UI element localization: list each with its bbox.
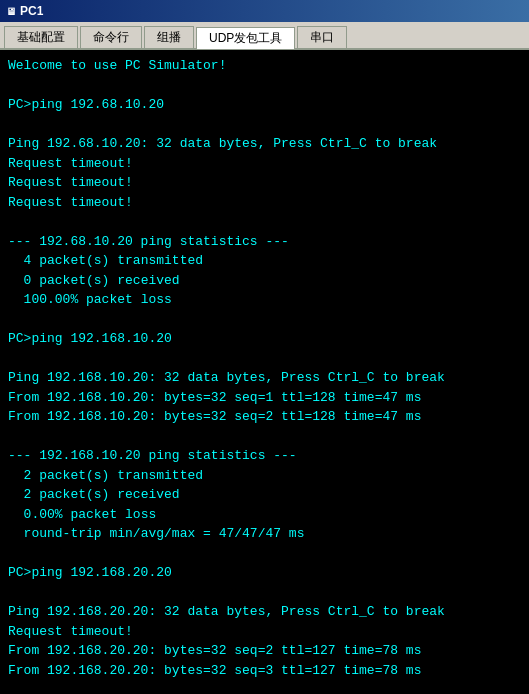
terminal-line xyxy=(8,76,521,96)
terminal-line: PC>ping 192.168.10.20 xyxy=(8,329,521,349)
title-bar: 🖥 PC1 xyxy=(0,0,529,22)
terminal-line xyxy=(8,212,521,232)
tab-group[interactable]: 组播 xyxy=(144,26,194,48)
terminal-line: Ping 192.168.20.20: 32 data bytes, Press… xyxy=(8,602,521,622)
terminal-line: Request timeout! xyxy=(8,173,521,193)
title-text: PC1 xyxy=(20,4,43,18)
terminal-line: 4 packet(s) transmitted xyxy=(8,251,521,271)
terminal-line xyxy=(8,349,521,369)
terminal-line: Welcome to use PC Simulator! xyxy=(8,56,521,76)
terminal-line: From 192.168.10.20: bytes=32 seq=1 ttl=1… xyxy=(8,388,521,408)
tab-udp[interactable]: UDP发包工具 xyxy=(196,27,295,49)
terminal-line: PC>ping 192.68.10.20 xyxy=(8,95,521,115)
tab-cmd[interactable]: 命令行 xyxy=(80,26,142,48)
tab-serial[interactable]: 串口 xyxy=(297,26,347,48)
title-icon: 🖥 xyxy=(6,6,16,17)
terminal-line xyxy=(8,310,521,330)
terminal-line: From 192.168.20.20: bytes=32 seq=3 ttl=1… xyxy=(8,661,521,681)
terminal-line: Request timeout! xyxy=(8,154,521,174)
tab-basic[interactable]: 基础配置 xyxy=(4,26,78,48)
terminal-line: --- 192.168.10.20 ping statistics --- xyxy=(8,446,521,466)
terminal-line: From 192.168.20.20: bytes=32 seq=2 ttl=1… xyxy=(8,641,521,661)
terminal-line: From 192.168.10.20: bytes=32 seq=2 ttl=1… xyxy=(8,407,521,427)
terminal-line: 0 packet(s) received xyxy=(8,271,521,291)
terminal-line: Request timeout! xyxy=(8,193,521,213)
terminal-line: 100.00% packet loss xyxy=(8,290,521,310)
terminal-line: Ping 192.68.10.20: 32 data bytes, Press … xyxy=(8,134,521,154)
terminal-line: Ping 192.168.10.20: 32 data bytes, Press… xyxy=(8,368,521,388)
terminal-line: 2 packet(s) transmitted xyxy=(8,466,521,486)
tab-bar: 基础配置命令行组播UDP发包工具串口 xyxy=(0,22,529,50)
terminal-line: 2 packet(s) received xyxy=(8,485,521,505)
terminal-line xyxy=(8,583,521,603)
terminal-line xyxy=(8,427,521,447)
terminal-line: round-trip min/avg/max = 47/47/47 ms xyxy=(8,524,521,544)
terminal-line: Request timeout! xyxy=(8,622,521,642)
terminal-line: PC>ping 192.168.20.20 xyxy=(8,563,521,583)
terminal-line: --- 192.68.10.20 ping statistics --- xyxy=(8,232,521,252)
terminal-line xyxy=(8,115,521,135)
terminal[interactable]: Welcome to use PC Simulator!PC>ping 192.… xyxy=(0,50,529,694)
terminal-line xyxy=(8,544,521,564)
terminal-line: 0.00% packet loss xyxy=(8,505,521,525)
terminal-line xyxy=(8,680,521,694)
